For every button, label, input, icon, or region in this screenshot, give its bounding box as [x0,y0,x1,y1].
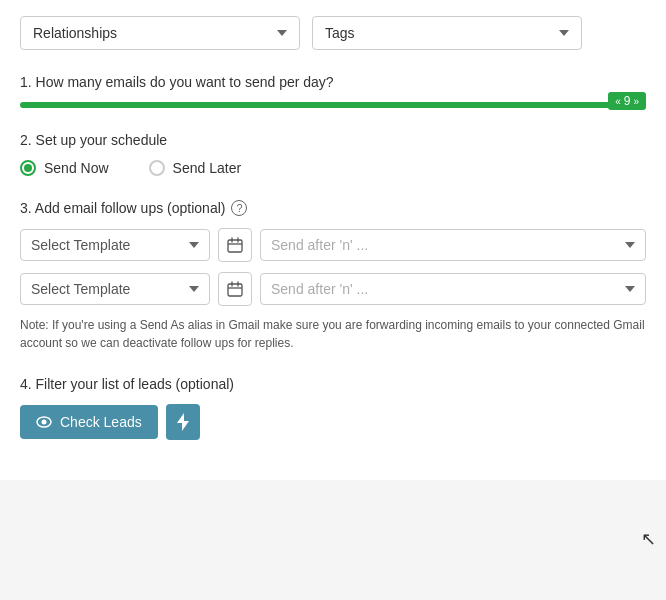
check-leads-button[interactable]: Check Leads [20,405,158,439]
template-dropdown-1[interactable]: Select Template [20,229,210,261]
section-follow-ups: 3. Add email follow ups (optional) ? Sel… [20,200,646,352]
section1-label: 1. How many emails do you want to send p… [20,74,646,90]
calendar-btn-1[interactable] [218,228,252,262]
eye-icon [36,416,52,428]
section3-label: 3. Add email follow ups (optional) [20,200,225,216]
slider-badge[interactable]: « 9 » [608,92,646,110]
relationships-dropdown[interactable]: Relationships [20,16,300,50]
svg-rect-0 [228,240,242,252]
check-leads-label: Check Leads [60,414,142,430]
send-now-label: Send Now [44,160,109,176]
send-later-radio[interactable] [149,160,165,176]
follow-up-note: Note: If you're using a Send As alias in… [20,316,646,352]
relationships-chevron-icon [277,30,287,36]
send-after-dropdown-1[interactable]: Send after 'n' ... [260,229,646,261]
calendar-icon-1 [227,237,243,253]
tags-dropdown[interactable]: Tags [312,16,582,50]
send-after-dropdown-2[interactable]: Send after 'n' ... [260,273,646,305]
section-filter-leads: 4. Filter your list of leads (optional) … [20,376,646,440]
send-later-label: Send Later [173,160,242,176]
button-row: Check Leads [20,404,646,440]
calendar-icon-2 [227,281,243,297]
lightning-button[interactable] [166,404,200,440]
svg-rect-4 [228,284,242,296]
slider-left-arrows: « [615,96,621,107]
template-placeholder-1: Select Template [31,237,130,253]
send-now-option[interactable]: Send Now [20,160,109,176]
follow-up-row-2: Select Template Send after 'n' ... [20,272,646,306]
section3-header: 3. Add email follow ups (optional) ? [20,200,646,216]
template-chevron-2 [189,286,199,292]
cursor: ↖ [641,528,656,550]
send-after-placeholder-1: Send after 'n' ... [271,237,368,253]
send-after-placeholder-2: Send after 'n' ... [271,281,368,297]
slider-container: « 9 » [20,102,646,108]
schedule-radio-group: Send Now Send Later [20,160,646,176]
svg-marker-10 [177,413,189,431]
section-emails-per-day: 1. How many emails do you want to send p… [20,74,646,108]
tags-chevron-icon [559,30,569,36]
template-dropdown-2[interactable]: Select Template [20,273,210,305]
slider-track [20,102,646,108]
send-now-radio[interactable] [20,160,36,176]
follow-up-row-1: Select Template Send after 'n' ... [20,228,646,262]
section-schedule: 2. Set up your schedule Send Now Send La… [20,132,646,176]
template-chevron-1 [189,242,199,248]
section4-label: 4. Filter your list of leads (optional) [20,376,646,392]
calendar-btn-2[interactable] [218,272,252,306]
send-later-option[interactable]: Send Later [149,160,242,176]
slider-value: 9 [624,94,631,108]
svg-point-9 [42,420,47,425]
template-placeholder-2: Select Template [31,281,130,297]
lightning-icon [177,413,189,431]
tags-label: Tags [325,25,355,41]
send-after-chevron-2 [625,286,635,292]
slider-right-arrows: » [633,96,639,107]
section2-label: 2. Set up your schedule [20,132,646,148]
relationships-label: Relationships [33,25,117,41]
help-icon[interactable]: ? [231,200,247,216]
send-after-chevron-1 [625,242,635,248]
